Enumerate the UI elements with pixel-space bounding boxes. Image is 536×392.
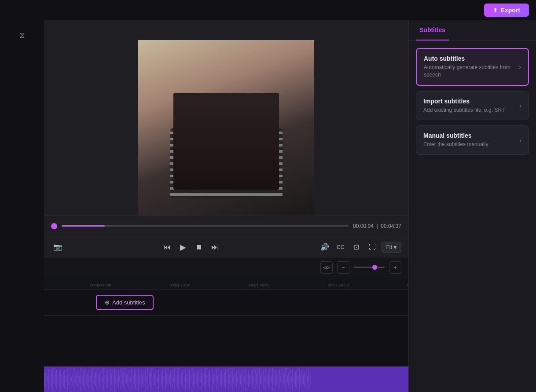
svg-rect-189 <box>253 376 254 382</box>
svg-rect-82 <box>110 369 111 390</box>
svg-rect-171 <box>229 374 230 385</box>
stop-button[interactable]: ⏹ <box>192 241 206 254</box>
svg-rect-54 <box>73 373 73 385</box>
svg-rect-110 <box>147 369 148 389</box>
timeline-toolbar: </> − + <box>0 258 408 277</box>
forward-button[interactable]: ⏭ <box>208 241 221 254</box>
svg-rect-97 <box>130 377 131 382</box>
svg-rect-224 <box>301 374 301 385</box>
filter-icon[interactable]: ⧖ <box>14 27 30 43</box>
svg-rect-150 <box>201 369 202 389</box>
option-manual-subtitles[interactable]: Manual subtitles Enter the subtitles man… <box>416 125 529 155</box>
zoom-thumb <box>372 265 377 270</box>
svg-rect-162 <box>217 376 218 383</box>
svg-rect-78 <box>105 374 106 384</box>
auto-subtitle-title: Auto subtitles <box>424 55 515 62</box>
svg-rect-229 <box>307 376 308 382</box>
svg-rect-36 <box>48 369 49 389</box>
svg-rect-60 <box>81 368 81 391</box>
svg-rect-91 <box>122 374 123 385</box>
svg-rect-117 <box>157 377 158 382</box>
fullscreen-button[interactable]: ⛶ <box>366 241 379 254</box>
svg-rect-90 <box>121 369 121 389</box>
svg-rect-208 <box>279 370 280 389</box>
svg-rect-137 <box>184 377 185 382</box>
play-button[interactable]: ▶ <box>176 241 190 254</box>
svg-rect-86 <box>115 375 116 384</box>
svg-rect-65 <box>87 373 88 386</box>
svg-rect-180 <box>242 372 242 387</box>
screenshot-button[interactable]: 📷 <box>51 241 64 254</box>
tab-subtitles[interactable]: Subtitles <box>416 20 449 40</box>
svg-rect-163 <box>219 368 220 391</box>
svg-rect-204 <box>274 373 275 385</box>
svg-rect-63 <box>84 369 85 390</box>
video-thumbnail <box>138 40 314 216</box>
add-subtitles-button[interactable]: ⊕ Add subtitles <box>96 295 154 310</box>
svg-rect-39 <box>52 368 53 391</box>
svg-rect-96 <box>129 370 130 388</box>
zoom-slider[interactable] <box>354 267 385 268</box>
captions-button[interactable]: CC <box>334 241 347 254</box>
svg-rect-62 <box>83 371 84 387</box>
svg-rect-108 <box>145 370 146 389</box>
svg-rect-67 <box>90 376 91 382</box>
code-view-button[interactable]: </> <box>320 261 333 274</box>
svg-rect-64 <box>86 375 87 384</box>
svg-rect-159 <box>213 374 214 384</box>
svg-rect-121 <box>162 369 163 390</box>
svg-rect-72 <box>96 369 97 389</box>
add-icon: ⊕ <box>105 299 110 306</box>
svg-rect-155 <box>208 373 209 386</box>
crop-button[interactable]: ⊡ <box>350 241 363 254</box>
manual-subtitle-chevron-icon: › <box>519 137 521 144</box>
svg-rect-112 <box>150 371 151 387</box>
total-time: 00:04:37 <box>381 223 401 229</box>
svg-rect-103 <box>138 368 139 391</box>
svg-rect-147 <box>197 372 198 386</box>
fit-select[interactable]: Fit ▾ <box>382 242 401 253</box>
svg-rect-199 <box>267 374 268 384</box>
svg-rect-206 <box>276 375 277 384</box>
export-button[interactable]: ⬆ Export <box>484 4 529 17</box>
option-auto-text: Auto subtitles Automatically generate su… <box>424 55 515 79</box>
volume-button[interactable]: 🔊 <box>318 241 331 254</box>
svg-rect-87 <box>117 372 117 386</box>
option-import-subtitles[interactable]: Import subtitles Add existing subtitles … <box>416 91 529 121</box>
svg-rect-48 <box>64 370 65 389</box>
svg-rect-183 <box>246 368 246 391</box>
svg-rect-174 <box>233 375 234 383</box>
svg-rect-230 <box>308 369 309 389</box>
svg-rect-193 <box>259 368 260 390</box>
svg-rect-115 <box>154 373 155 385</box>
progress-track[interactable] <box>62 225 349 227</box>
timeline-ruler: 00:00:50:00 00:01:06:20 00:01:23:10 00:0… <box>0 277 408 289</box>
svg-rect-190 <box>255 369 256 389</box>
svg-rect-84 <box>113 371 114 388</box>
svg-rect-202 <box>271 376 272 383</box>
svg-rect-122 <box>164 376 165 383</box>
svg-rect-107 <box>143 372 144 386</box>
svg-rect-68 <box>91 371 92 388</box>
svg-rect-146 <box>196 375 197 384</box>
zoom-out-button[interactable]: − <box>337 261 349 274</box>
svg-rect-49 <box>66 376 66 383</box>
rewind-button[interactable]: ⏮ <box>161 241 174 254</box>
manual-subtitle-desc: Enter the subtitles manually <box>423 141 516 148</box>
svg-rect-33 <box>44 373 45 386</box>
svg-rect-151 <box>202 374 203 385</box>
svg-rect-153 <box>205 368 206 390</box>
svg-rect-44 <box>59 371 60 387</box>
svg-rect-211 <box>283 374 284 385</box>
svg-rect-70 <box>94 374 95 385</box>
shirt-detail <box>170 128 283 198</box>
option-auto-subtitles[interactable]: Auto subtitles Automatically generate su… <box>416 48 529 86</box>
auto-subtitle-chevron-icon: › <box>519 63 521 70</box>
svg-rect-160 <box>215 372 216 387</box>
panel-content: Auto subtitles Automatically generate su… <box>409 41 536 162</box>
zoom-in-button[interactable]: + <box>389 261 401 274</box>
svg-rect-149 <box>200 376 201 382</box>
ruler-tick-4: 00:01:56:20 <box>328 283 349 287</box>
top-bar: ⬆ Export <box>0 0 536 20</box>
right-panel: Subtitles Auto subtitles Automatically g… <box>408 20 536 392</box>
